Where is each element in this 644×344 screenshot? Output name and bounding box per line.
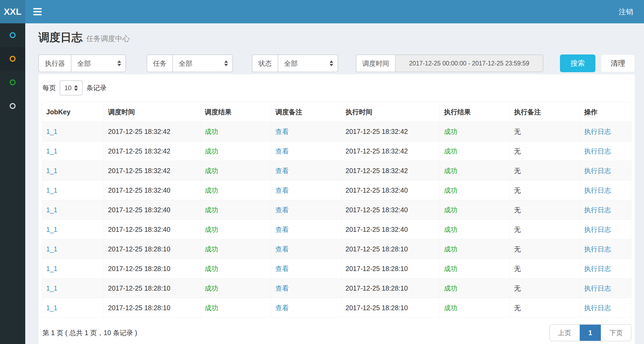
circle-icon: [10, 79, 16, 85]
jobkey-link[interactable]: 1_1: [46, 186, 57, 194]
jobkey-link[interactable]: 1_1: [46, 304, 57, 312]
sidebar-item-1[interactable]: [0, 23, 25, 47]
jobkey-link[interactable]: 1_1: [46, 147, 57, 155]
sidebar-item-2[interactable]: [0, 47, 25, 71]
trigger-time-cell: 2017-12-25 18:32:40: [108, 186, 170, 194]
handle-result-cell: 成功: [444, 304, 457, 312]
handle-time-cell: 2017-12-25 18:28:10: [346, 265, 408, 272]
trigger-result-cell: 成功: [205, 128, 218, 135]
trigger-result-cell: 成功: [205, 167, 218, 174]
exec-log-link[interactable]: 执行日志: [584, 186, 611, 194]
jobkey-link[interactable]: 1_1: [46, 206, 57, 214]
trigger-msg-link[interactable]: 查看: [275, 147, 289, 155]
column-header: 调度备注: [271, 102, 341, 122]
column-header: JobKey: [42, 102, 104, 122]
jobkey-link[interactable]: 1_1: [46, 284, 57, 292]
sidebar-item-3[interactable]: [0, 71, 25, 94]
jobkey-link[interactable]: 1_1: [46, 265, 57, 272]
jobkey-link[interactable]: 1_1: [46, 167, 57, 174]
handle-msg-cell: 无: [514, 284, 521, 292]
handle-msg-cell: 无: [514, 167, 521, 174]
exec-log-link[interactable]: 执行日志: [584, 226, 611, 233]
jobkey-link[interactable]: 1_1: [46, 245, 57, 253]
page-header: 调度日志 任务调度中心: [38, 30, 635, 45]
handle-time-cell: 2017-12-25 18:28:10: [346, 284, 408, 292]
table-row: 1_12017-12-25 18:32:40成功查看2017-12-25 18:…: [42, 181, 631, 200]
trigger-msg-link[interactable]: 查看: [275, 245, 289, 253]
trigger-msg-link[interactable]: 查看: [275, 128, 289, 135]
column-header: 调度时间: [104, 102, 201, 122]
app-logo[interactable]: XXL: [0, 0, 25, 23]
jobkey-link[interactable]: 1_1: [46, 226, 57, 233]
column-header: 执行时间: [341, 102, 440, 122]
trigger-time-filter-label: 调度时间: [356, 54, 396, 72]
handle-result-cell: 成功: [444, 128, 457, 135]
search-button[interactable]: 搜索: [560, 54, 595, 72]
log-table-header: JobKey调度时间调度结果调度备注执行时间执行结果执行备注操作: [42, 102, 631, 122]
exec-log-link[interactable]: 执行日志: [584, 147, 611, 155]
handle-result-cell: 成功: [444, 206, 457, 214]
exec-log-link[interactable]: 执行日志: [584, 284, 611, 292]
trigger-result-cell: 成功: [205, 304, 218, 312]
sidebar-menu: [0, 23, 25, 344]
trigger-time-cell: 2017-12-25 18:32:42: [108, 147, 170, 155]
trigger-time-cell: 2017-12-25 18:32:40: [108, 206, 170, 214]
exec-log-link[interactable]: 执行日志: [584, 304, 611, 312]
select-stepper-icon: [330, 60, 333, 66]
executor-filter-group: 执行器 全部: [38, 54, 126, 72]
trigger-result-cell: 成功: [205, 245, 218, 253]
handle-result-cell: 成功: [444, 284, 457, 292]
handle-msg-cell: 无: [514, 128, 521, 135]
page-length-select[interactable]: 10: [60, 80, 83, 96]
status-filter-group: 状态 全部: [252, 54, 338, 72]
log-table: JobKey调度时间调度结果调度备注执行时间执行结果执行备注操作 1_12017…: [42, 102, 631, 318]
trigger-time-cell: 2017-12-25 18:28:10: [108, 265, 170, 272]
prev-page-button[interactable]: 上页: [550, 325, 579, 341]
log-panel: 每页 10 条记录 JobKey调度时间调度结果调度备注执行时间执行结果执行备注…: [38, 74, 635, 344]
exec-log-link[interactable]: 执行日志: [584, 128, 611, 135]
trigger-result-cell: 成功: [205, 206, 218, 214]
exec-log-link[interactable]: 执行日志: [584, 245, 611, 253]
handle-time-cell: 2017-12-25 18:32:42: [346, 147, 408, 155]
handle-time-cell: 2017-12-25 18:28:10: [346, 245, 408, 253]
executor-filter-select[interactable]: 全部: [71, 54, 126, 72]
handle-time-cell: 2017-12-25 18:32:40: [346, 186, 408, 194]
hamburger-menu-button[interactable]: [25, 0, 49, 23]
next-page-button[interactable]: 下页: [601, 325, 631, 341]
status-filter-select[interactable]: 全部: [278, 54, 338, 72]
trigger-msg-link[interactable]: 查看: [275, 186, 289, 194]
handle-result-cell: 成功: [444, 167, 457, 174]
trigger-time-cell: 2017-12-25 18:28:10: [108, 304, 170, 312]
clean-button[interactable]: 清理: [601, 54, 635, 72]
trigger-result-cell: 成功: [205, 147, 218, 155]
exec-log-link[interactable]: 执行日志: [584, 206, 611, 214]
trigger-msg-link[interactable]: 查看: [275, 265, 289, 272]
trigger-result-cell: 成功: [205, 226, 218, 233]
executor-filter-value: 全部: [77, 59, 91, 68]
table-row: 1_12017-12-25 18:32:42成功查看2017-12-25 18:…: [42, 161, 631, 181]
sidebar-item-4[interactable]: [0, 94, 25, 118]
table-row: 1_12017-12-25 18:28:10成功查看2017-12-25 18:…: [42, 259, 631, 279]
trigger-time-range-input[interactable]: 2017-12-25 00:00:00 - 2017-12-25 23:59:5…: [395, 54, 543, 72]
trigger-msg-link[interactable]: 查看: [275, 284, 289, 292]
trigger-msg-link[interactable]: 查看: [275, 167, 289, 174]
table-row: 1_12017-12-25 18:28:10成功查看2017-12-25 18:…: [42, 279, 631, 298]
current-page-button[interactable]: 1: [579, 325, 601, 341]
exec-log-link[interactable]: 执行日志: [584, 167, 611, 174]
job-filter-select[interactable]: 全部: [172, 54, 233, 72]
page-length-control: 每页 10 条记录: [42, 80, 631, 96]
filter-toolbar: 执行器 全部 任务 全部 状态: [38, 54, 635, 72]
trigger-msg-link[interactable]: 查看: [275, 206, 289, 214]
handle-time-cell: 2017-12-25 18:28:10: [346, 304, 408, 312]
trigger-msg-link[interactable]: 查看: [275, 226, 289, 233]
trigger-time-cell: 2017-12-25 18:32:42: [108, 167, 170, 174]
trigger-msg-link[interactable]: 查看: [275, 304, 289, 312]
table-footer: 第 1 页 ( 总共 1 页，10 条记录 ) 上页 1 下页: [42, 324, 631, 341]
handle-time-cell: 2017-12-25 18:32:40: [346, 206, 408, 214]
circle-icon: [10, 103, 16, 109]
logout-link[interactable]: 注销: [619, 7, 633, 17]
exec-log-link[interactable]: 执行日志: [584, 265, 611, 272]
handle-result-cell: 成功: [444, 245, 457, 253]
handle-time-cell: 2017-12-25 18:32:40: [346, 226, 408, 233]
jobkey-link[interactable]: 1_1: [46, 128, 57, 135]
